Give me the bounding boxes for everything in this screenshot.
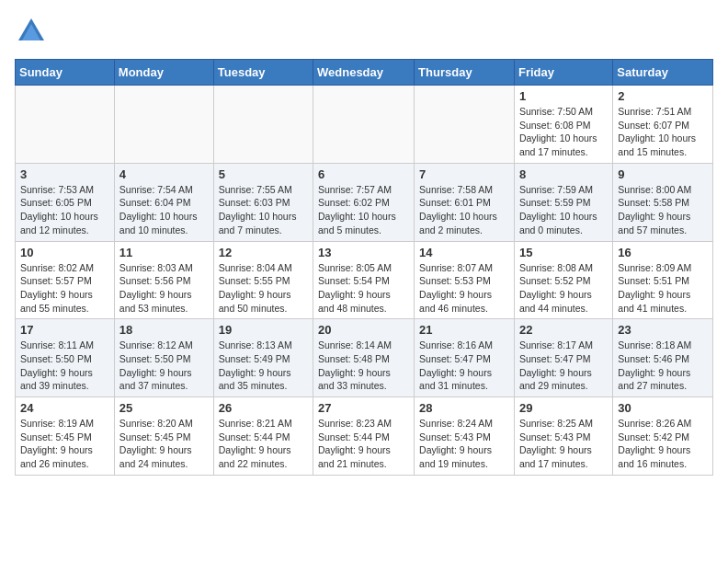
calendar-cell bbox=[313, 86, 415, 164]
day-number: 26 bbox=[219, 401, 308, 415]
day-info: Sunrise: 7:50 AM Sunset: 6:08 PM Dayligh… bbox=[519, 105, 608, 159]
day-number: 19 bbox=[219, 323, 308, 337]
day-number: 21 bbox=[419, 323, 509, 337]
logo-icon bbox=[15, 15, 48, 48]
calendar-cell: 21Sunrise: 8:16 AM Sunset: 5:47 PM Dayli… bbox=[415, 319, 515, 397]
day-info: Sunrise: 8:17 AM Sunset: 5:47 PM Dayligh… bbox=[519, 339, 608, 393]
header-friday: Friday bbox=[514, 60, 612, 86]
day-info: Sunrise: 8:21 AM Sunset: 5:44 PM Dayligh… bbox=[219, 417, 308, 471]
day-number: 22 bbox=[519, 323, 608, 337]
day-info: Sunrise: 7:57 AM Sunset: 6:02 PM Dayligh… bbox=[318, 183, 409, 237]
calendar-cell: 22Sunrise: 8:17 AM Sunset: 5:47 PM Dayli… bbox=[514, 319, 612, 397]
calendar-cell bbox=[213, 86, 313, 164]
day-info: Sunrise: 7:58 AM Sunset: 6:01 PM Dayligh… bbox=[419, 183, 509, 237]
day-number: 14 bbox=[419, 246, 509, 259]
day-number: 29 bbox=[519, 401, 608, 415]
header-tuesday: Tuesday bbox=[213, 60, 313, 86]
calendar-cell: 6Sunrise: 7:57 AM Sunset: 6:02 PM Daylig… bbox=[313, 163, 415, 241]
day-number: 7 bbox=[419, 167, 509, 181]
day-number: 4 bbox=[119, 167, 209, 181]
day-info: Sunrise: 8:14 AM Sunset: 5:48 PM Dayligh… bbox=[318, 339, 409, 393]
day-number: 3 bbox=[20, 167, 109, 181]
day-number: 2 bbox=[618, 89, 708, 103]
calendar-cell bbox=[114, 86, 213, 164]
day-number: 18 bbox=[119, 323, 209, 337]
calendar-cell: 24Sunrise: 8:19 AM Sunset: 5:45 PM Dayli… bbox=[16, 397, 115, 476]
day-info: Sunrise: 8:09 AM Sunset: 5:51 PM Dayligh… bbox=[618, 261, 708, 316]
header-sunday: Sunday bbox=[16, 60, 115, 86]
day-number: 1 bbox=[519, 89, 608, 103]
header-wednesday: Wednesday bbox=[313, 60, 415, 86]
day-info: Sunrise: 8:26 AM Sunset: 5:42 PM Dayligh… bbox=[618, 417, 708, 471]
calendar-week-row: 24Sunrise: 8:19 AM Sunset: 5:45 PM Dayli… bbox=[16, 397, 713, 476]
day-number: 28 bbox=[419, 401, 509, 415]
day-number: 20 bbox=[318, 323, 409, 337]
day-info: Sunrise: 8:12 AM Sunset: 5:50 PM Dayligh… bbox=[119, 339, 209, 393]
day-number: 5 bbox=[219, 167, 308, 181]
day-number: 9 bbox=[618, 167, 708, 181]
calendar-cell: 13Sunrise: 8:05 AM Sunset: 5:54 PM Dayli… bbox=[313, 241, 415, 319]
calendar-cell: 10Sunrise: 8:02 AM Sunset: 5:57 PM Dayli… bbox=[16, 241, 115, 319]
day-number: 27 bbox=[318, 401, 409, 415]
calendar-week-row: 17Sunrise: 8:11 AM Sunset: 5:50 PM Dayli… bbox=[16, 319, 713, 397]
day-number: 8 bbox=[519, 167, 608, 181]
day-info: Sunrise: 7:55 AM Sunset: 6:03 PM Dayligh… bbox=[219, 183, 308, 237]
calendar-cell: 2Sunrise: 7:51 AM Sunset: 6:07 PM Daylig… bbox=[613, 86, 713, 164]
calendar-cell: 19Sunrise: 8:13 AM Sunset: 5:49 PM Dayli… bbox=[213, 319, 313, 397]
calendar-cell: 26Sunrise: 8:21 AM Sunset: 5:44 PM Dayli… bbox=[213, 397, 313, 476]
day-number: 10 bbox=[20, 246, 109, 259]
day-info: Sunrise: 7:59 AM Sunset: 5:59 PM Dayligh… bbox=[519, 183, 608, 237]
day-info: Sunrise: 8:02 AM Sunset: 5:57 PM Dayligh… bbox=[20, 261, 109, 316]
day-info: Sunrise: 7:54 AM Sunset: 6:04 PM Dayligh… bbox=[119, 183, 209, 237]
day-info: Sunrise: 8:25 AM Sunset: 5:43 PM Dayligh… bbox=[519, 417, 608, 471]
calendar-cell: 23Sunrise: 8:18 AM Sunset: 5:46 PM Dayli… bbox=[613, 319, 713, 397]
calendar-cell: 28Sunrise: 8:24 AM Sunset: 5:43 PM Dayli… bbox=[415, 397, 515, 476]
calendar-cell: 18Sunrise: 8:12 AM Sunset: 5:50 PM Dayli… bbox=[114, 319, 213, 397]
calendar-cell: 20Sunrise: 8:14 AM Sunset: 5:48 PM Dayli… bbox=[313, 319, 415, 397]
calendar-cell: 4Sunrise: 7:54 AM Sunset: 6:04 PM Daylig… bbox=[114, 163, 213, 241]
day-info: Sunrise: 8:07 AM Sunset: 5:53 PM Dayligh… bbox=[419, 261, 509, 316]
day-info: Sunrise: 7:53 AM Sunset: 6:05 PM Dayligh… bbox=[20, 183, 109, 237]
day-number: 6 bbox=[318, 167, 409, 181]
day-info: Sunrise: 7:51 AM Sunset: 6:07 PM Dayligh… bbox=[618, 105, 708, 159]
day-info: Sunrise: 8:03 AM Sunset: 5:56 PM Dayligh… bbox=[119, 261, 209, 316]
calendar-cell: 29Sunrise: 8:25 AM Sunset: 5:43 PM Dayli… bbox=[514, 397, 612, 476]
day-info: Sunrise: 8:11 AM Sunset: 5:50 PM Dayligh… bbox=[20, 339, 109, 393]
calendar-week-row: 3Sunrise: 7:53 AM Sunset: 6:05 PM Daylig… bbox=[16, 163, 713, 241]
calendar-cell: 30Sunrise: 8:26 AM Sunset: 5:42 PM Dayli… bbox=[613, 397, 713, 476]
day-info: Sunrise: 8:13 AM Sunset: 5:49 PM Dayligh… bbox=[219, 339, 308, 393]
calendar-cell: 7Sunrise: 7:58 AM Sunset: 6:01 PM Daylig… bbox=[415, 163, 515, 241]
calendar-cell: 14Sunrise: 8:07 AM Sunset: 5:53 PM Dayli… bbox=[415, 241, 515, 319]
day-number: 12 bbox=[219, 246, 308, 259]
day-info: Sunrise: 8:20 AM Sunset: 5:45 PM Dayligh… bbox=[119, 417, 209, 471]
calendar-week-row: 1Sunrise: 7:50 AM Sunset: 6:08 PM Daylig… bbox=[16, 86, 713, 164]
header-saturday: Saturday bbox=[613, 60, 713, 86]
calendar-cell: 3Sunrise: 7:53 AM Sunset: 6:05 PM Daylig… bbox=[16, 163, 115, 241]
day-number: 24 bbox=[20, 401, 109, 415]
day-info: Sunrise: 8:00 AM Sunset: 5:58 PM Dayligh… bbox=[618, 183, 708, 237]
day-number: 23 bbox=[618, 323, 708, 337]
calendar-table: SundayMondayTuesdayWednesdayThursdayFrid… bbox=[15, 59, 713, 476]
day-info: Sunrise: 8:08 AM Sunset: 5:52 PM Dayligh… bbox=[519, 261, 608, 316]
day-number: 30 bbox=[618, 401, 708, 415]
page-header bbox=[15, 15, 713, 48]
day-info: Sunrise: 8:05 AM Sunset: 5:54 PM Dayligh… bbox=[318, 261, 409, 316]
calendar-cell: 1Sunrise: 7:50 AM Sunset: 6:08 PM Daylig… bbox=[514, 86, 612, 164]
calendar-cell bbox=[415, 86, 515, 164]
calendar-cell: 17Sunrise: 8:11 AM Sunset: 5:50 PM Dayli… bbox=[16, 319, 115, 397]
day-number: 13 bbox=[318, 246, 409, 259]
calendar-cell: 8Sunrise: 7:59 AM Sunset: 5:59 PM Daylig… bbox=[514, 163, 612, 241]
calendar-week-row: 10Sunrise: 8:02 AM Sunset: 5:57 PM Dayli… bbox=[16, 241, 713, 319]
calendar-cell: 5Sunrise: 7:55 AM Sunset: 6:03 PM Daylig… bbox=[213, 163, 313, 241]
day-info: Sunrise: 8:04 AM Sunset: 5:55 PM Dayligh… bbox=[219, 261, 308, 316]
calendar-cell: 15Sunrise: 8:08 AM Sunset: 5:52 PM Dayli… bbox=[514, 241, 612, 319]
header-monday: Monday bbox=[114, 60, 213, 86]
calendar-cell: 27Sunrise: 8:23 AM Sunset: 5:44 PM Dayli… bbox=[313, 397, 415, 476]
day-number: 15 bbox=[519, 246, 608, 259]
day-number: 11 bbox=[119, 246, 209, 259]
day-number: 25 bbox=[119, 401, 209, 415]
day-info: Sunrise: 8:16 AM Sunset: 5:47 PM Dayligh… bbox=[419, 339, 509, 393]
calendar-cell bbox=[16, 86, 115, 164]
day-info: Sunrise: 8:24 AM Sunset: 5:43 PM Dayligh… bbox=[419, 417, 509, 471]
logo bbox=[15, 15, 53, 48]
